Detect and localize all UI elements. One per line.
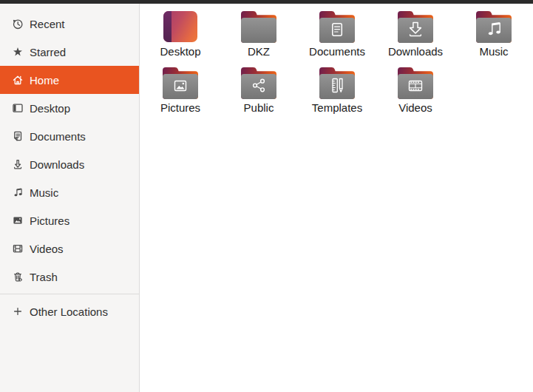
folder-public[interactable]: Public [220,67,298,115]
video-icon [12,243,24,254]
folder-icon [241,10,276,43]
folder-desktop[interactable]: Desktop [141,10,220,58]
document-icon [12,130,24,142]
folder-icon [163,67,198,99]
sidebar-item-desktop[interactable]: Desktop [0,94,139,122]
sidebar-item-home[interactable]: Home [0,66,139,94]
folder-view: Desktop DKZ [140,4,533,392]
sidebar-separator [0,294,139,294]
home-icon [12,74,24,86]
trash-icon [12,271,24,283]
sidebar-item-label: Starred [30,46,66,58]
sidebar-item-label: Other Locations [30,305,108,318]
folder-label: Templates [312,101,362,115]
folder-music[interactable]: Music [455,10,533,58]
sidebar-item-downloads[interactable]: Downloads [0,150,139,178]
folder-label: Public [244,101,274,115]
folder-icon [398,67,433,99]
download-icon [12,158,24,170]
sidebar-item-label: Home [30,74,59,87]
sidebar-item-trash[interactable]: Trash [0,263,139,291]
music-icon [12,186,24,198]
sidebar-item-recent[interactable]: Recent [0,10,139,38]
icon-grid: Desktop DKZ [141,10,533,123]
folder-label: Downloads [388,45,443,58]
sidebar-item-label: Videos [30,243,64,255]
sidebar-item-other-locations[interactable]: Other Locations [0,297,139,325]
folder-icon [319,67,355,99]
sidebar-item-label: Recent [30,18,65,30]
recent-icon [12,18,24,30]
folder-pictures[interactable]: Pictures [141,67,220,115]
picture-icon [12,214,24,226]
folder-label: Documents [309,45,365,58]
folder-icon [241,67,276,99]
star-icon [12,46,24,58]
sidebar-item-pictures[interactable]: Pictures [0,206,139,234]
folder-label: Videos [398,101,432,115]
folder-icon [398,10,433,43]
folder-label: DKZ [248,45,270,58]
folder-icon [319,10,355,43]
folder-templates[interactable]: Templates [298,67,376,115]
sidebar-item-label: Downloads [30,158,84,171]
folder-label: Music [479,45,508,58]
file-manager-window: Recent Starred [0,0,533,392]
desktop-icon [12,102,24,114]
plus-icon [12,305,24,317]
sidebar-item-music[interactable]: Music [0,178,139,206]
folder-icon [476,10,512,43]
folder-videos[interactable]: Videos [376,67,455,115]
sidebar-item-videos[interactable]: Videos [0,234,139,263]
sidebar-item-label: Desktop [30,102,70,115]
sidebar-item-label: Music [30,186,58,199]
sidebar-item-starred[interactable]: Starred [0,38,139,66]
folder-downloads[interactable]: Downloads [376,10,455,58]
desktop-gradient-icon [163,10,198,43]
sidebar-item-label: Pictures [30,214,69,227]
sidebar-item-documents[interactable]: Documents [0,122,139,150]
folder-label: Desktop [160,45,200,58]
sidebar-item-label: Documents [30,130,86,143]
folder-documents[interactable]: Documents [298,10,376,58]
places-sidebar: Recent Starred [0,4,140,392]
sidebar-item-label: Trash [30,271,58,283]
folder-dkz[interactable]: DKZ [220,10,298,58]
folder-label: Pictures [160,101,200,115]
